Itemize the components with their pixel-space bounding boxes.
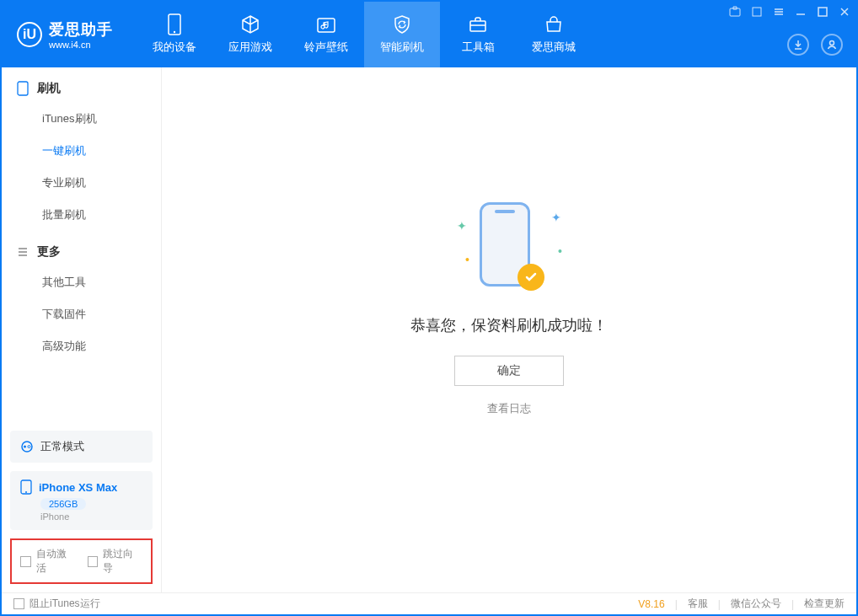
app-url: www.i4.cn (49, 40, 113, 50)
svg-point-10 (24, 446, 26, 448)
sidebar-section-flash: 刷机 (2, 67, 161, 103)
main-content: ✦ • ✦ • 恭喜您，保资料刷机成功啦！ 确定 查看日志 (162, 67, 856, 592)
svg-rect-6 (818, 8, 827, 16)
checkbox-block-itunes[interactable]: 阻止iTunes运行 (13, 597, 100, 611)
svg-rect-3 (470, 21, 485, 31)
menu-icon[interactable] (772, 5, 786, 19)
minimize-icon[interactable] (794, 5, 807, 19)
nav-store[interactable]: 爱思商城 (516, 2, 592, 67)
list-icon (17, 246, 29, 258)
ok-button[interactable]: 确定 (454, 356, 564, 386)
device-type: iPhone (40, 512, 142, 522)
download-button[interactable] (787, 34, 809, 56)
music-folder-icon (316, 14, 336, 35)
logo-icon: iU (17, 22, 42, 47)
top-nav: 我的设备 应用游戏 铃声壁纸 智能刷机 工具箱 爱思商城 (137, 2, 592, 67)
view-log-link[interactable]: 查看日志 (487, 401, 531, 416)
device-icon (20, 479, 32, 495)
nav-apps-games[interactable]: 应用游戏 (212, 2, 288, 67)
support-link[interactable]: 客服 (688, 597, 708, 611)
storage-badge: 256GB (40, 498, 86, 510)
svg-point-13 (25, 491, 27, 493)
cube-icon (240, 14, 260, 35)
nav-ringtone-wallpaper[interactable]: 铃声壁纸 (288, 2, 364, 67)
skin-icon[interactable] (750, 5, 764, 19)
toolbox-icon (468, 14, 488, 35)
footer: 阻止iTunes运行 V8.16 | 客服 | 微信公众号 | 检查更新 (2, 592, 856, 614)
sidebar-item-oneclick-flash[interactable]: 一键刷机 (2, 135, 161, 167)
device-card[interactable]: iPhone XS Max 256GB iPhone (10, 471, 153, 530)
maximize-icon[interactable] (816, 5, 829, 19)
version-label: V8.16 (638, 598, 664, 610)
svg-point-11 (28, 446, 30, 448)
app-logo: iU 爱思助手 www.i4.cn (2, 19, 128, 50)
mode-card[interactable]: 正常模式 (10, 431, 153, 463)
titlebar-controls (728, 5, 851, 19)
check-update-link[interactable]: 检查更新 (804, 597, 845, 611)
sidebar: 刷机 iTunes刷机 一键刷机 专业刷机 批量刷机 更多 其他工具 下载固件 … (2, 67, 162, 592)
wechat-link[interactable]: 微信公众号 (731, 597, 781, 611)
sidebar-item-download-firmware[interactable]: 下载固件 (2, 298, 161, 330)
sidebar-item-batch-flash[interactable]: 批量刷机 (2, 199, 161, 231)
device-icon (164, 14, 185, 35)
close-icon[interactable] (838, 5, 851, 19)
nav-smart-flash[interactable]: 智能刷机 (364, 2, 440, 67)
store-icon (544, 14, 564, 35)
phone-icon (17, 81, 29, 96)
svg-point-1 (174, 31, 175, 33)
feedback-icon[interactable] (728, 5, 742, 19)
success-message: 恭喜您，保资料刷机成功啦！ (410, 315, 608, 335)
sidebar-item-pro-flash[interactable]: 专业刷机 (2, 167, 161, 199)
svg-rect-2 (318, 19, 335, 32)
success-illustration: ✦ • ✦ • (450, 194, 568, 295)
header: iU 爱思助手 www.i4.cn 我的设备 应用游戏 铃声壁纸 智能刷机 工具… (2, 2, 856, 67)
svg-rect-5 (753, 8, 761, 16)
sidebar-item-other-tools[interactable]: 其他工具 (2, 266, 161, 298)
check-badge-icon (517, 264, 544, 291)
device-name: iPhone XS Max (39, 481, 117, 494)
checkbox-skip-guide[interactable]: 跳过向导 (88, 547, 143, 576)
svg-rect-8 (18, 82, 28, 95)
svg-point-7 (830, 41, 834, 46)
nav-my-device[interactable]: 我的设备 (137, 2, 212, 67)
sidebar-section-more: 更多 (2, 231, 161, 266)
nav-toolbox[interactable]: 工具箱 (440, 2, 516, 67)
flags-highlight-box: 自动激活 跳过向导 (10, 538, 153, 584)
sidebar-item-itunes-flash[interactable]: iTunes刷机 (2, 103, 161, 135)
user-button[interactable] (821, 34, 843, 56)
checkbox-auto-activate[interactable]: 自动激活 (20, 547, 76, 576)
mode-icon (20, 440, 34, 453)
sidebar-item-advanced[interactable]: 高级功能 (2, 330, 161, 362)
app-name: 爱思助手 (49, 19, 113, 40)
refresh-shield-icon (392, 14, 412, 35)
